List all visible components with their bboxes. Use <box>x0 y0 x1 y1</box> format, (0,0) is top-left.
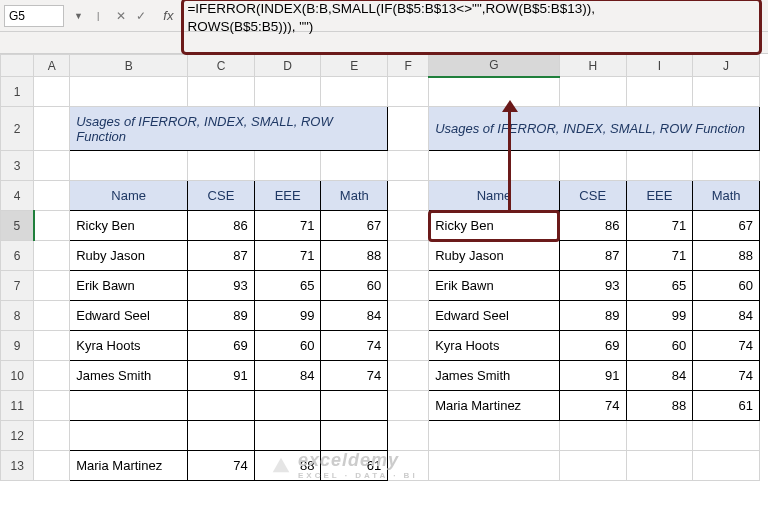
col-header[interactable]: D <box>254 55 321 77</box>
cell[interactable]: 89 <box>188 301 255 331</box>
cell[interactable]: 74 <box>559 391 626 421</box>
cell[interactable]: 65 <box>626 271 693 301</box>
cell[interactable]: 88 <box>321 241 388 271</box>
fx-label[interactable]: fx <box>159 8 177 23</box>
hdr-eee[interactable]: EEE <box>254 181 321 211</box>
row-header[interactable]: 7 <box>1 271 34 301</box>
cell[interactable]: 86 <box>559 211 626 241</box>
col-header[interactable]: A <box>34 55 70 77</box>
cell[interactable]: 84 <box>321 301 388 331</box>
cell[interactable]: James Smith <box>429 361 560 391</box>
cell[interactable]: 74 <box>693 331 760 361</box>
cell[interactable]: 88 <box>626 391 693 421</box>
cell[interactable] <box>321 391 388 421</box>
cell[interactable]: 87 <box>559 241 626 271</box>
cell[interactable]: Edward Seel <box>70 301 188 331</box>
cell[interactable]: 61 <box>321 451 388 481</box>
cell[interactable]: 69 <box>559 331 626 361</box>
cell[interactable]: Ricky Ben <box>70 211 188 241</box>
cell[interactable]: 60 <box>254 331 321 361</box>
cell[interactable]: 74 <box>188 451 255 481</box>
cell[interactable]: 84 <box>254 361 321 391</box>
row-header[interactable]: 5 <box>1 211 34 241</box>
spreadsheet-grid[interactable]: A B C D E F G H I J 1 2 Usages of IFERRO… <box>0 54 760 481</box>
row-header[interactable]: 8 <box>1 301 34 331</box>
cell[interactable]: 61 <box>693 391 760 421</box>
cell[interactable]: 93 <box>559 271 626 301</box>
row-header[interactable]: 11 <box>1 391 34 421</box>
cancel-icon[interactable]: ✕ <box>113 9 129 23</box>
row-header[interactable]: 9 <box>1 331 34 361</box>
enter-icon[interactable]: ✓ <box>133 9 149 23</box>
cell[interactable]: 65 <box>254 271 321 301</box>
cell[interactable]: 74 <box>693 361 760 391</box>
col-header[interactable]: I <box>626 55 693 77</box>
row-header[interactable]: 2 <box>1 107 34 151</box>
cell[interactable]: Erik Bawn <box>429 271 560 301</box>
cell[interactable]: 99 <box>626 301 693 331</box>
col-header[interactable]: E <box>321 55 388 77</box>
formula-bar[interactable]: =IFERROR(INDEX(B:B,SMALL(IF(B$5:B$13<>""… <box>183 0 764 31</box>
col-header[interactable]: C <box>188 55 255 77</box>
cell[interactable]: 84 <box>693 301 760 331</box>
cell[interactable]: 91 <box>559 361 626 391</box>
cell[interactable] <box>70 391 188 421</box>
row-header[interactable]: 10 <box>1 361 34 391</box>
cell[interactable] <box>188 391 255 421</box>
cell[interactable]: Kyra Hoots <box>70 331 188 361</box>
cell[interactable]: Ruby Jason <box>70 241 188 271</box>
cell[interactable]: Kyra Hoots <box>429 331 560 361</box>
cell[interactable] <box>321 421 388 451</box>
cell[interactable]: 93 <box>188 271 255 301</box>
cell[interactable]: 71 <box>626 211 693 241</box>
title-right[interactable]: Usages of IFERROR, INDEX, SMALL, ROW Fun… <box>429 107 760 151</box>
cell[interactable] <box>254 421 321 451</box>
hdr-cse[interactable]: CSE <box>188 181 255 211</box>
cell[interactable]: 84 <box>626 361 693 391</box>
col-header[interactable]: J <box>693 55 760 77</box>
hdr-cse[interactable]: CSE <box>559 181 626 211</box>
cell[interactable] <box>254 391 321 421</box>
hdr-name[interactable]: Name <box>70 181 188 211</box>
hdr-eee[interactable]: EEE <box>626 181 693 211</box>
cell[interactable]: 67 <box>321 211 388 241</box>
cell[interactable]: 88 <box>254 451 321 481</box>
cell[interactable]: 74 <box>321 361 388 391</box>
active-cell[interactable]: Ricky Ben <box>429 211 560 241</box>
select-all-corner[interactable] <box>1 55 34 77</box>
name-box-dropdown-icon[interactable]: ▼ <box>70 11 87 21</box>
row-header[interactable]: 6 <box>1 241 34 271</box>
cell[interactable]: 69 <box>188 331 255 361</box>
cell[interactable]: Maria Martinez <box>429 391 560 421</box>
cell[interactable]: 71 <box>254 211 321 241</box>
cell[interactable]: 99 <box>254 301 321 331</box>
cell[interactable]: Ruby Jason <box>429 241 560 271</box>
name-box[interactable]: G5 <box>4 5 64 27</box>
hdr-math[interactable]: Math <box>693 181 760 211</box>
title-left[interactable]: Usages of IFERROR, INDEX, SMALL, ROW Fun… <box>70 107 388 151</box>
col-header[interactable]: G <box>429 55 560 77</box>
hdr-name[interactable]: Name <box>429 181 560 211</box>
row-header[interactable]: 3 <box>1 151 34 181</box>
cell[interactable]: 67 <box>693 211 760 241</box>
col-header[interactable]: F <box>388 55 429 77</box>
cell[interactable]: 60 <box>626 331 693 361</box>
row-header[interactable]: 12 <box>1 421 34 451</box>
cell[interactable] <box>188 421 255 451</box>
cell[interactable]: 60 <box>321 271 388 301</box>
col-header[interactable]: B <box>70 55 188 77</box>
cell[interactable]: Edward Seel <box>429 301 560 331</box>
row-header[interactable]: 4 <box>1 181 34 211</box>
cell[interactable]: 91 <box>188 361 255 391</box>
cell[interactable]: Maria Martinez <box>70 451 188 481</box>
cell[interactable]: 86 <box>188 211 255 241</box>
row-header[interactable]: 13 <box>1 451 34 481</box>
col-header[interactable]: H <box>559 55 626 77</box>
cell[interactable]: 89 <box>559 301 626 331</box>
cell[interactable]: 60 <box>693 271 760 301</box>
cell[interactable] <box>70 421 188 451</box>
cell[interactable]: 74 <box>321 331 388 361</box>
cell[interactable]: Erik Bawn <box>70 271 188 301</box>
cell[interactable]: James Smith <box>70 361 188 391</box>
cell[interactable]: 88 <box>693 241 760 271</box>
